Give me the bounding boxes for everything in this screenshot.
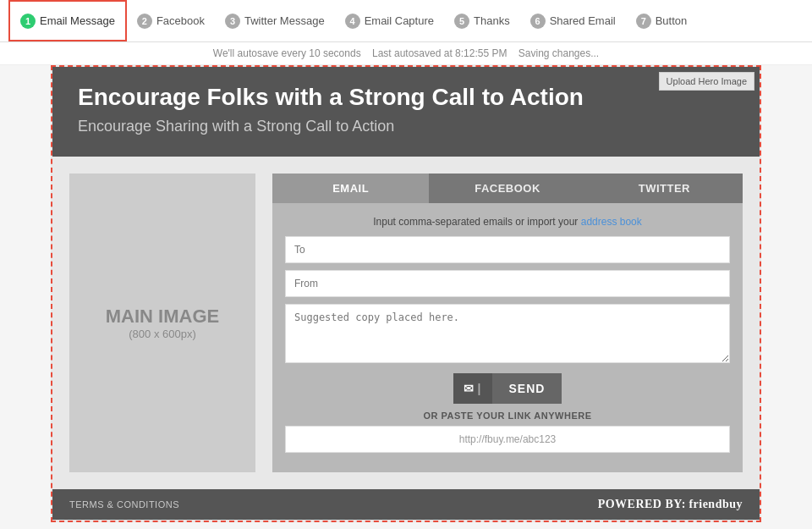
nav-badge-7: 7 — [636, 14, 651, 29]
main-image-label: MAIN IMAGE — [106, 306, 219, 328]
hero-section: Encourage Folks with a Strong Call to Ac… — [52, 67, 760, 157]
envelope-icon: ✉ — [464, 382, 475, 395]
nav-item-facebook[interactable]: 2 Facebook — [127, 0, 215, 41]
share-link-input[interactable] — [285, 426, 730, 453]
send-row: ✉ | SEND — [285, 373, 730, 404]
nav-item-shared-email[interactable]: 6 Shared Email — [520, 0, 626, 41]
divider: | — [478, 382, 482, 395]
nav-label-email-message: Email Message — [40, 14, 115, 27]
autosave-status: Saving changes... — [518, 47, 599, 59]
nav-item-thanks[interactable]: 5 Thanks — [444, 0, 520, 41]
email-form: Input comma-separated emails or import y… — [272, 203, 743, 472]
hint-text: Input comma-separated emails or import y… — [285, 216, 730, 228]
nav-item-twitter-message[interactable]: 3 Twitter Message — [215, 0, 335, 41]
send-label: SEND — [492, 373, 562, 404]
from-field[interactable] — [285, 270, 730, 297]
share-tabs: EMAIL FACEBOOK TWITTER — [272, 174, 743, 203]
send-icon-part: ✉ | — [453, 373, 492, 404]
nav-item-button[interactable]: 7 Button — [626, 0, 698, 41]
nav-label-shared-email: Shared Email — [550, 14, 616, 27]
tab-twitter[interactable]: TWITTER — [586, 174, 743, 203]
nav-label-twitter-message: Twitter Message — [244, 14, 325, 27]
main-image-size: (800 x 600px) — [129, 328, 196, 340]
tab-email[interactable]: EMAIL — [272, 174, 429, 203]
share-panel: EMAIL FACEBOOK TWITTER Input comma-separ… — [272, 174, 743, 472]
message-field[interactable] — [285, 304, 730, 363]
nav-item-email-message[interactable]: 1 Email Message — [8, 0, 127, 41]
send-button[interactable]: ✉ | SEND — [453, 373, 562, 404]
main-image-placeholder: MAIN IMAGE (800 x 600px) — [69, 174, 255, 472]
powered-by: POWERED BY: friendbuy — [598, 498, 743, 511]
nav-label-facebook: Facebook — [156, 14, 205, 27]
nav-label-button: Button — [656, 14, 688, 27]
or-paste-text: OR PASTE YOUR LINK ANYWHERE — [285, 411, 730, 421]
autosave-text: We'll autosave every 10 seconds — [213, 47, 361, 59]
terms-conditions[interactable]: TERMS & CONDITIONS — [69, 499, 179, 510]
footer: TERMS & CONDITIONS POWERED BY: friendbuy — [52, 489, 760, 520]
main-content: Upload Hero Image Encourage Folks with a… — [51, 65, 761, 522]
nav-badge-2: 2 — [137, 14, 152, 29]
top-nav: 1 Email Message 2 Facebook 3 Twitter Mes… — [0, 0, 812, 42]
nav-badge-4: 4 — [345, 14, 360, 29]
nav-item-email-capture[interactable]: 4 Email Capture — [335, 0, 444, 41]
autosave-last-saved: Last autosaved at 8:12:55 PM — [372, 47, 507, 59]
nav-badge-6: 6 — [530, 14, 546, 29]
to-field[interactable] — [285, 236, 730, 263]
hero-subtitle: Encourage Sharing with a Strong Call to … — [78, 118, 734, 135]
nav-badge-3: 3 — [225, 14, 240, 29]
address-book-link[interactable]: address book — [581, 216, 642, 228]
autosave-bar: We'll autosave every 10 seconds Last aut… — [0, 42, 812, 65]
hero-title: Encourage Folks with a Strong Call to Ac… — [78, 84, 734, 111]
nav-badge-1: 1 — [20, 14, 36, 29]
tab-facebook[interactable]: FACEBOOK — [429, 174, 585, 203]
content-section: MAIN IMAGE (800 x 600px) EMAIL FACEBOOK … — [52, 157, 760, 489]
nav-label-thanks: Thanks — [474, 14, 510, 27]
upload-hero-button[interactable]: Upload Hero Image — [659, 72, 754, 91]
brand-name: friendbuy — [689, 498, 743, 510]
nav-badge-5: 5 — [454, 14, 469, 29]
nav-label-email-capture: Email Capture — [365, 14, 434, 27]
